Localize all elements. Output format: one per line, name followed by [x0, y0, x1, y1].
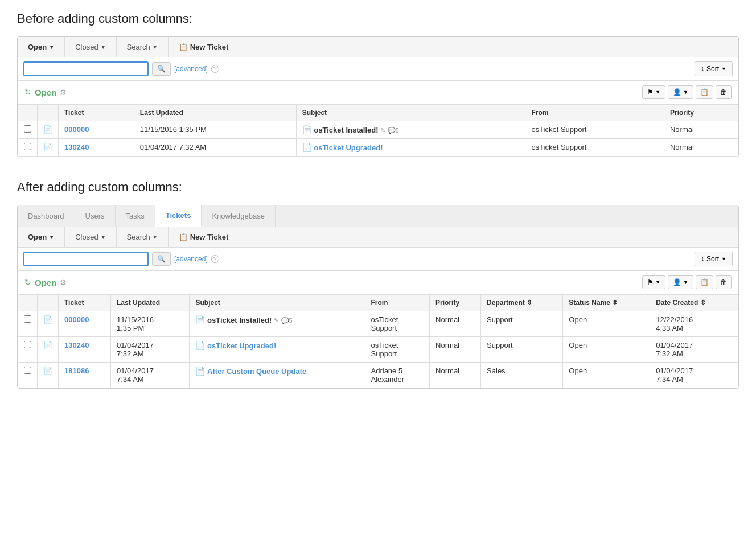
row-checkbox[interactable]	[24, 367, 31, 374]
after-transfer-button[interactable]: 📋	[696, 275, 713, 289]
before-sort-button[interactable]: ↕ Sort ▼	[695, 61, 733, 76]
sort-icon: ↕	[701, 65, 704, 73]
after-assign-button[interactable]: 👤 ▼	[668, 275, 693, 289]
before-title: Before adding custom columns:	[17, 11, 739, 26]
before-table-body: 📄 000000 11/15/2016 1:35 PM 📄 osTicket I…	[18, 121, 738, 157]
row-subject-cell: 📄 After Custom Queue Update	[190, 363, 365, 388]
before-action-buttons: ⚑ ▼ 👤 ▼ 📋 🗑	[642, 85, 732, 99]
nav-item-closed[interactable]: Closed ▼	[65, 37, 116, 57]
after-nav-closed[interactable]: Closed ▼	[65, 227, 116, 247]
before-col-subject: Subject	[296, 105, 525, 121]
after-col-date-created: Date Created ⇕	[650, 295, 738, 311]
after-open-caret-icon: ▼	[49, 234, 54, 240]
row-from-cell: osTicket Support	[365, 311, 430, 337]
after-nav-open[interactable]: Open ▼	[18, 227, 65, 247]
row-checkbox-cell	[18, 311, 38, 337]
delete-icon: 🗑	[720, 88, 727, 96]
row-subject-icon: 📄	[302, 125, 312, 134]
ticket-link[interactable]: 000000	[64, 315, 89, 324]
after-tab-tasks[interactable]: Tasks	[116, 205, 155, 227]
after-gear-icon[interactable]: ⚙	[60, 278, 67, 287]
row-checkbox[interactable]	[24, 125, 31, 133]
before-col-checkbox	[18, 105, 38, 121]
after-flag-button[interactable]: ⚑ ▼	[642, 275, 665, 289]
after-section: After adding custom columns: Dashboard U…	[17, 180, 739, 389]
nav-item-search[interactable]: Search ▼	[117, 37, 169, 57]
row-from-cell: Adriane 5 Alexander	[365, 363, 430, 388]
after-action-buttons: ⚑ ▼ 👤 ▼ 📋 🗑	[642, 275, 732, 289]
before-delete-button[interactable]: 🗑	[716, 85, 732, 99]
after-search-input[interactable]	[23, 252, 149, 266]
row-last-updated-cell: 01/04/2017 7:32 AM	[134, 139, 296, 157]
after-tab-users[interactable]: Users	[75, 205, 116, 227]
before-transfer-button[interactable]: 📋	[696, 85, 713, 99]
row-priority-cell: Normal	[664, 139, 738, 157]
row-subject-link[interactable]: osTicket Upgraded!	[314, 143, 383, 152]
after-open-header: ↻ Open ⚙ ⚑ ▼ 👤 ▼ 📋 🗑	[18, 271, 738, 294]
before-refresh-icon[interactable]: ↻	[24, 88, 31, 97]
before-help-icon[interactable]: ?	[211, 65, 219, 73]
before-advanced-link[interactable]: [advanced]	[174, 65, 208, 73]
ticket-link[interactable]: 000000	[64, 125, 89, 134]
row-icon-cell: 📄	[38, 311, 59, 337]
before-col-icon	[38, 105, 59, 121]
after-transfer-icon: 📋	[700, 278, 709, 286]
ticket-doc-icon: 📄	[43, 125, 52, 134]
before-gear-icon[interactable]: ⚙	[60, 88, 67, 97]
ticket-link[interactable]: 130240	[64, 341, 89, 349]
after-tab-dashboard[interactable]: Dashboard	[18, 205, 75, 227]
before-toolbar: 🔍 [advanced] ? ↕ Sort ▼	[18, 57, 738, 81]
row-priority-cell: Normal	[664, 121, 738, 139]
before-search-input[interactable]	[23, 61, 149, 76]
before-flag-button[interactable]: ⚑ ▼	[642, 85, 665, 99]
row-department-cell: Support	[481, 337, 563, 363]
after-tab-knowledgebase[interactable]: Knowledgebase	[202, 205, 276, 227]
row-checkbox-cell	[18, 139, 38, 157]
row-subject-icon: 📄	[195, 341, 205, 350]
row-from-cell: osTicket Support	[525, 121, 664, 139]
nav-item-new-ticket[interactable]: 📋 New Ticket	[169, 37, 240, 57]
row-checkbox[interactable]	[24, 341, 31, 348]
assign-caret-icon: ▼	[683, 89, 688, 95]
ticket-doc-icon: 📄	[43, 143, 52, 151]
row-checkbox[interactable]	[24, 315, 31, 323]
after-col-subject: Subject	[190, 295, 365, 311]
row-last-updated-cell: 11/15/2016 1:35 PM	[110, 311, 190, 337]
row-checkbox[interactable]	[24, 143, 31, 150]
row-checkbox-cell	[18, 363, 38, 388]
after-sort-button[interactable]: ↕ Sort ▼	[695, 252, 733, 266]
row-date-created-cell: 12/22/2016 4:33 AM	[650, 311, 738, 337]
ticket-doc-icon: 📄	[43, 341, 52, 349]
before-assign-button[interactable]: 👤 ▼	[668, 85, 693, 99]
after-col-last-updated: Last Updated	[110, 295, 190, 311]
row-from-cell: osTicket Support	[525, 139, 664, 157]
after-search-button[interactable]: 🔍	[152, 252, 171, 266]
after-nav-new-ticket[interactable]: 📋 New Ticket	[169, 227, 240, 247]
assign-icon: 👤	[673, 88, 681, 96]
row-subject-link[interactable]: After Custom Queue Update	[207, 367, 306, 376]
after-col-checkbox	[18, 295, 38, 311]
after-tab-tickets[interactable]: Tickets	[155, 205, 202, 227]
ticket-link[interactable]: 130240	[64, 143, 89, 151]
row-subject-cell: 📄 osTicket Upgraded!	[296, 139, 525, 157]
flag-caret-icon: ▼	[655, 89, 660, 95]
before-col-ticket: Ticket	[59, 105, 134, 121]
after-help-icon[interactable]: ?	[211, 255, 219, 263]
row-subject-link[interactable]: osTicket Upgraded!	[207, 341, 276, 350]
row-ticket-cell: 181086	[59, 363, 111, 388]
row-department-cell: Sales	[481, 363, 563, 388]
after-nav-search[interactable]: Search ▼	[117, 227, 169, 247]
after-delete-button[interactable]: 🗑	[716, 275, 732, 289]
after-flag-caret-icon: ▼	[655, 279, 660, 285]
before-col-priority: Priority	[664, 105, 738, 121]
row-subject-cell: 📄 osTicket Upgraded!	[190, 337, 365, 363]
after-refresh-icon[interactable]: ↻	[24, 278, 31, 287]
row-subject-link[interactable]: osTicket Installed!	[314, 126, 378, 134]
after-advanced-link[interactable]: [advanced]	[174, 255, 208, 263]
after-col-ticket: Ticket	[59, 295, 111, 311]
before-search-button[interactable]: 🔍	[152, 62, 171, 76]
row-subject-link[interactable]: osTicket Installed!	[207, 316, 272, 324]
nav-item-open[interactable]: Open ▼	[18, 37, 65, 57]
after-flag-icon: ⚑	[647, 278, 654, 286]
ticket-link[interactable]: 181086	[64, 367, 89, 375]
